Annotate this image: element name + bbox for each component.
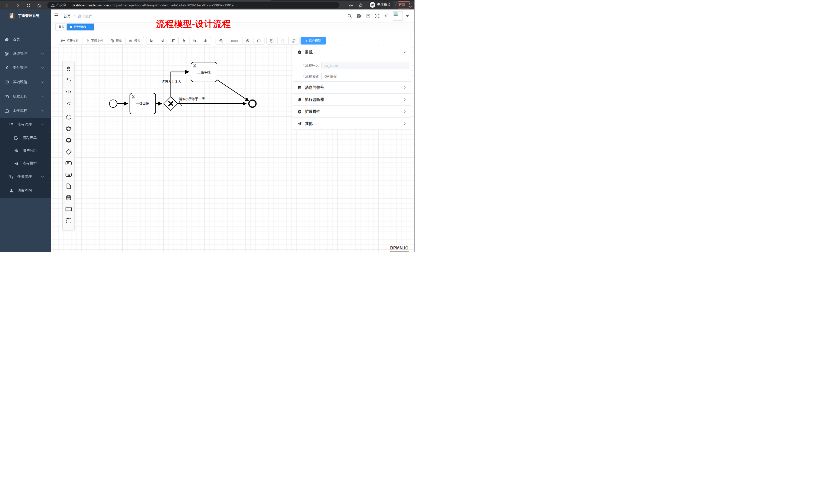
browser-back-icon[interactable] [4,2,10,9]
zoom-out-button[interactable] [216,37,227,44]
flow-gateway-to-task2[interactable] [171,72,189,97]
end-event-tool-icon[interactable] [63,134,74,146]
properties-panel: i 常规 *流程标识 *流程名称 消息与信号 [293,46,411,130]
align-bottom-button[interactable] [179,37,189,44]
align-left-button[interactable] [146,37,157,44]
sidebar-item-infrastructure[interactable]: 基础设施 [0,75,51,89]
fullscreen-icon[interactable] [374,13,380,19]
url-path: /bpm/manager/model/design?modelId=e4a1a1… [113,3,233,7]
browser-update-button[interactable]: 更新 [396,1,412,8]
flow-condition-label[interactable]: 请假小于等于 1 天 [179,97,205,101]
process-key-input[interactable] [321,62,409,69]
zoom-reset-button[interactable] [253,37,264,44]
sidebar-item-devtools[interactable]: 研发工具 [0,89,51,104]
hand-tool-icon[interactable] [63,63,74,74]
palette-separator [64,110,73,110]
chevron-down-icon [41,95,44,98]
global-connect-icon[interactable] [63,98,74,109]
task-first-approval[interactable]: 一级审批 [130,93,156,114]
start-event-tool-icon[interactable] [63,111,74,123]
paper-plane-icon [14,161,19,166]
search-icon[interactable] [347,13,352,19]
subprocess-tool-icon[interactable] [63,169,74,180]
browser-reload-icon[interactable] [25,2,32,9]
breadcrumb-home[interactable]: 首页 [64,14,71,18]
tab-label: 设计流程 [74,25,86,29]
user-task-tool-icon[interactable] [63,157,74,169]
chevron-down-icon [41,81,44,84]
avatar[interactable] [393,11,402,21]
tree-branch-icon [9,175,13,179]
intermediate-event-tool-icon[interactable] [63,123,74,134]
undo-button[interactable] [266,37,278,44]
sidebar-collapse-icon[interactable] [54,13,59,18]
caret-down-icon[interactable] [406,15,409,17]
font-size-icon[interactable]: tT [384,13,389,19]
participant-tool-icon[interactable] [63,203,74,215]
section-extended-attributes[interactable]: 扩展属性 [293,106,411,118]
space-tool-icon[interactable] [63,86,74,98]
chevron-up-icon [41,109,44,112]
sidebar-item-process-model[interactable]: 流程模型 [0,157,51,170]
browser-forward-icon[interactable] [14,2,21,9]
sidebar-item-label: 基础设施 [13,80,27,84]
end-event[interactable] [249,100,256,107]
sidebar-item-task-mgmt[interactable]: 任务管理 [0,170,51,184]
align-middle-button[interactable] [189,37,200,44]
sidebar-item-leave-query[interactable]: 请假查询 [0,184,51,197]
tab-design-process[interactable]: 设计流程 × [67,24,94,31]
save-model-button[interactable]: + 保存模型 [300,37,326,44]
gateway-tool-icon[interactable] [63,146,74,157]
simulate-button[interactable]: 模拟 [125,37,144,44]
bookmark-star-icon[interactable] [357,2,364,9]
browser-home-icon[interactable] [36,2,42,9]
section-other[interactable]: 其他 [293,118,411,130]
flow-task2-to-end[interactable] [217,80,249,101]
restart-button[interactable] [289,37,299,44]
align-top-button[interactable] [168,37,179,44]
open-file-button[interactable]: 打开文件 [58,37,82,44]
bpmnio-logo[interactable]: BPMN.iO [390,246,408,251]
screen: 不安全 dashboard.yudao.iocoder.cn/bpm/manag… [0,0,414,252]
sidebar-item-home[interactable]: 首页 [0,32,51,46]
group-tool-icon[interactable] [63,215,74,226]
data-object-tool-icon[interactable] [63,180,74,192]
task-second-approval[interactable]: 二级审批 [191,62,217,82]
data-store-tool-icon[interactable] [63,192,74,203]
align-right-button[interactable] [157,37,168,44]
sidebar-item-system[interactable]: 系统管理 [0,46,51,61]
sidebar-item-workflow[interactable]: 工作流程 [0,104,51,118]
password-key-icon[interactable] [348,2,354,9]
download-file-button[interactable]: 下载文件 [82,37,107,44]
app-logo-row[interactable]: 芋道管理系统 [0,10,51,21]
cpu-icon [129,39,133,43]
align-center-button[interactable] [200,37,211,44]
app-title: 芋道管理系统 [18,13,39,18]
section-message-signal[interactable]: 消息与信号 [293,82,411,93]
exclusive-gateway[interactable] [164,97,178,111]
sidebar-item-process-mgmt[interactable]: 流程管理 [0,118,51,131]
browser-address-bar[interactable]: 不安全 dashboard.yudao.iocoder.cn/bpm/manag… [47,2,339,8]
section-general[interactable]: i 常规 [293,46,411,58]
sidebar-item-user-group[interactable]: 用户分组 [0,144,51,157]
section-title: 扩展属性 [305,109,320,114]
section-execution-listener[interactable]: 执行监听器 [293,93,411,106]
sidebar-item-process-form[interactable]: 流程表单 [0,131,51,145]
tab-close-icon[interactable]: × [88,25,91,29]
redo-button[interactable] [278,37,289,44]
start-event[interactable] [109,100,117,108]
sidebar-item-payment[interactable]: ¥ 支付管理 [0,61,51,75]
menu-dots-icon[interactable] [409,3,410,7]
tab-home[interactable]: 首页 [55,24,68,31]
process-name-input[interactable] [321,73,409,80]
preview-button[interactable]: 预览 [107,37,125,44]
update-label: 更新 [398,3,405,7]
workflow-submenu: 流程管理 流程表单 用户分组 流程模型 [0,118,51,198]
lasso-tool-icon[interactable] [63,74,74,86]
help-icon[interactable]: ? [365,13,371,19]
flow-condition-label[interactable]: 请假大于 3 天 [161,80,181,83]
align-button-group [146,37,211,44]
designer-toolbar: 打开文件 下载文件 预览 模拟 [51,31,414,45]
zoom-in-button[interactable] [243,37,253,44]
github-icon[interactable] [356,13,361,19]
